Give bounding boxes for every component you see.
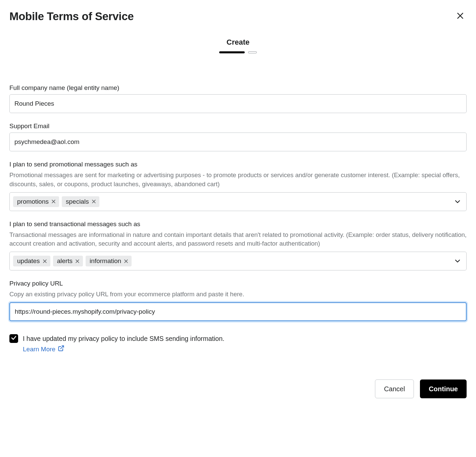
chevron-down-icon	[454, 198, 462, 206]
tag-label: specials	[66, 198, 89, 205]
step-title: Create	[9, 38, 467, 47]
close-icon	[456, 11, 465, 21]
support-email-label: Support Email	[9, 122, 467, 130]
tag-remove-icon[interactable]	[124, 259, 129, 264]
modal-footer: Cancel Continue	[9, 379, 467, 398]
tag-remove-icon[interactable]	[51, 199, 56, 204]
tag-label: information	[90, 257, 121, 265]
transactional-help: Transactional messages are informational…	[9, 231, 467, 249]
tag-updates: updates	[13, 256, 50, 266]
svg-line-12	[61, 346, 64, 349]
consent-checkbox[interactable]	[9, 334, 18, 343]
progress-step-active	[219, 51, 245, 53]
learn-more-link[interactable]: Learn More	[23, 345, 64, 353]
tag-remove-icon[interactable]	[75, 259, 80, 264]
tag-specials: specials	[62, 196, 99, 207]
consent-text-wrap: I have updated my privacy policy to incl…	[23, 334, 224, 353]
promotional-select[interactable]: promotions specials	[9, 192, 467, 211]
cancel-button[interactable]: Cancel	[375, 379, 414, 398]
transactional-label: I plan to send transactional messages su…	[9, 220, 467, 228]
close-button[interactable]	[454, 9, 467, 23]
privacy-url-input[interactable]	[9, 302, 467, 321]
tag-remove-icon[interactable]	[42, 259, 47, 264]
checkmark-icon	[11, 335, 17, 342]
company-name-input[interactable]	[9, 94, 467, 113]
learn-more-label: Learn More	[23, 346, 55, 353]
page-title: Mobile Terms of Service	[9, 10, 134, 23]
progress-indicator	[9, 51, 467, 53]
progress-step-inactive	[248, 51, 257, 53]
continue-button[interactable]: Continue	[420, 379, 467, 398]
support-email-input[interactable]	[9, 133, 467, 151]
tag-promotions: promotions	[13, 196, 59, 207]
promotional-group: I plan to send promotional messages such…	[9, 161, 467, 211]
transactional-select[interactable]: updates alerts information	[9, 252, 467, 270]
subtitle-section: Create	[9, 38, 467, 53]
company-name-label: Full company name (legal entity name)	[9, 84, 467, 92]
consent-row: I have updated my privacy policy to incl…	[9, 334, 467, 353]
tag-remove-icon[interactable]	[91, 199, 96, 204]
tag-label: updates	[17, 257, 40, 265]
chevron-down-icon	[454, 257, 462, 265]
external-link-icon	[58, 345, 64, 353]
tag-label: promotions	[17, 198, 49, 205]
company-name-group: Full company name (legal entity name)	[9, 84, 467, 113]
tag-label: alerts	[57, 257, 73, 265]
consent-text: I have updated my privacy policy to incl…	[23, 334, 224, 344]
privacy-url-label: Privacy policy URL	[9, 280, 467, 287]
promotional-label: I plan to send promotional messages such…	[9, 161, 467, 168]
privacy-url-group: Privacy policy URL Copy an existing priv…	[9, 280, 467, 321]
modal-header: Mobile Terms of Service	[9, 9, 467, 23]
support-email-group: Support Email	[9, 122, 467, 151]
promotional-help: Promotional messages are sent for market…	[9, 171, 467, 189]
tag-alerts: alerts	[53, 256, 83, 266]
tag-information: information	[86, 256, 132, 266]
transactional-group: I plan to send transactional messages su…	[9, 220, 467, 271]
privacy-url-help: Copy an existing privacy policy URL from…	[9, 290, 467, 299]
